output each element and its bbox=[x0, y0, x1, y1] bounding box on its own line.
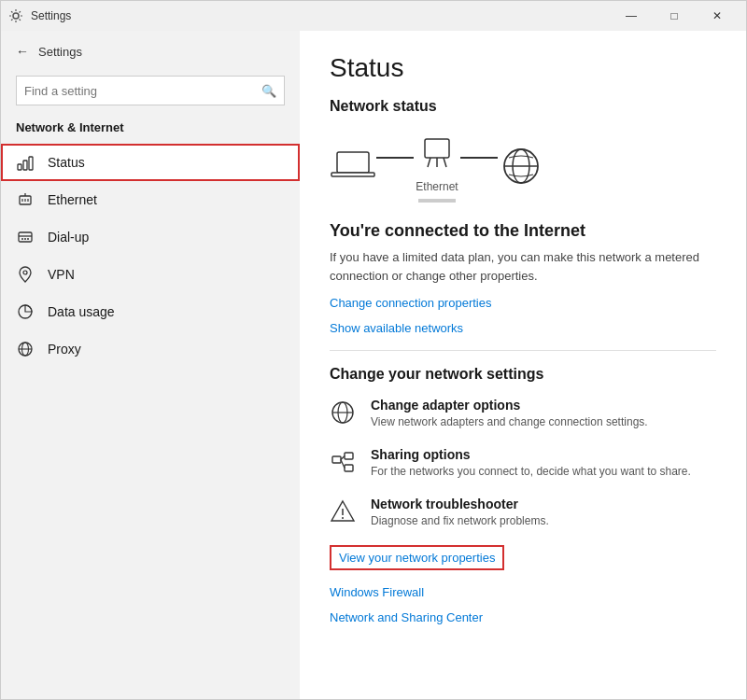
network-diagram: Ethernet bbox=[330, 130, 716, 203]
content-area: ← Settings 🔍 Network & Internet bbox=[1, 31, 746, 699]
network-status-heading: Network status bbox=[330, 98, 716, 115]
svg-rect-20 bbox=[331, 173, 374, 176]
router-diagram-icon: Ethernet bbox=[414, 130, 460, 203]
svg-rect-31 bbox=[332, 456, 341, 463]
titlebar-left: Settings bbox=[8, 8, 71, 23]
titlebar: Settings — □ ✕ bbox=[1, 1, 746, 31]
svg-line-24 bbox=[444, 158, 446, 167]
titlebar-controls: — □ ✕ bbox=[610, 1, 739, 31]
section-title: Network & Internet bbox=[1, 117, 300, 144]
sidebar-item-proxy-label: Proxy bbox=[48, 342, 81, 357]
page-title: Status bbox=[330, 53, 716, 83]
laptop-svg bbox=[330, 147, 376, 185]
diagram-line-2 bbox=[460, 157, 498, 159]
svg-point-12 bbox=[24, 238, 26, 240]
svg-rect-2 bbox=[23, 161, 27, 170]
svg-point-11 bbox=[21, 238, 23, 240]
show-networks-link[interactable]: Show available networks bbox=[330, 321, 716, 335]
adapter-text: Change adapter options View network adap… bbox=[371, 398, 648, 430]
connected-text: You're connected to the Internet bbox=[330, 221, 716, 241]
sidebar-item-datausage-label: Data usage bbox=[48, 304, 115, 319]
svg-line-35 bbox=[341, 459, 345, 468]
minimize-button[interactable]: — bbox=[610, 1, 653, 31]
svg-rect-9 bbox=[19, 232, 32, 242]
laptop-diagram-icon bbox=[330, 147, 376, 185]
vpn-icon bbox=[16, 265, 35, 284]
sharing-title: Sharing options bbox=[371, 447, 691, 462]
info-text: If you have a limited data plan, you can… bbox=[330, 248, 716, 285]
svg-point-14 bbox=[23, 271, 27, 274]
svg-rect-3 bbox=[29, 157, 33, 170]
svg-rect-19 bbox=[337, 152, 369, 173]
maximize-button[interactable]: □ bbox=[653, 1, 696, 31]
sidebar-item-status[interactable]: Status bbox=[1, 144, 300, 181]
ethernet-diagram-label: Ethernet bbox=[416, 180, 458, 193]
troubleshooter-text: Network troubleshooter Diagnose and fix … bbox=[371, 497, 549, 529]
globe-svg bbox=[498, 143, 544, 189]
sidebar-item-dialup[interactable]: Dial-up bbox=[1, 218, 300, 256]
troubleshooter-title: Network troubleshooter bbox=[371, 497, 549, 511]
close-button[interactable]: ✕ bbox=[696, 1, 739, 31]
datausage-icon bbox=[16, 302, 35, 321]
svg-point-13 bbox=[27, 238, 29, 240]
svg-rect-32 bbox=[345, 453, 353, 459]
change-connection-link[interactable]: Change connection properties bbox=[330, 296, 716, 310]
settings-app-icon bbox=[8, 8, 23, 23]
sidebar-item-dialup-label: Dial-up bbox=[48, 230, 89, 245]
adapter-title: Change adapter options bbox=[371, 398, 648, 413]
svg-point-38 bbox=[342, 517, 344, 519]
change-settings-heading: Change your network settings bbox=[330, 366, 716, 383]
status-icon bbox=[16, 153, 35, 172]
troubleshooter-icon bbox=[330, 498, 356, 525]
sidebar-item-status-label: Status bbox=[48, 155, 85, 170]
svg-rect-33 bbox=[345, 465, 353, 471]
svg-point-0 bbox=[13, 13, 19, 19]
ethernet-cable-indicator bbox=[418, 199, 456, 203]
sidebar: ← Settings 🔍 Network & Internet bbox=[1, 31, 300, 699]
sharing-text: Sharing options For the networks you con… bbox=[371, 447, 691, 480]
search-box: 🔍 bbox=[16, 76, 285, 105]
search-input[interactable] bbox=[24, 84, 261, 98]
proxy-icon bbox=[16, 340, 35, 358]
dialup-icon bbox=[16, 228, 35, 246]
back-label: Settings bbox=[38, 45, 82, 59]
firewall-link[interactable]: Windows Firewall bbox=[330, 585, 716, 599]
view-properties-link[interactable]: View your network properties bbox=[330, 545, 504, 570]
svg-line-22 bbox=[428, 158, 430, 167]
sidebar-item-ethernet[interactable]: Ethernet bbox=[1, 181, 300, 218]
sidebar-item-datausage[interactable]: Data usage bbox=[1, 293, 300, 330]
main-content: Status Network status bbox=[300, 31, 746, 699]
adapter-icon bbox=[330, 399, 356, 426]
sidebar-item-ethernet-label: Ethernet bbox=[48, 192, 97, 207]
sidebar-item-proxy[interactable]: Proxy bbox=[1, 330, 300, 368]
diagram-line-1 bbox=[376, 157, 414, 159]
sidebar-item-vpn-label: VPN bbox=[48, 267, 75, 282]
adapter-options-item[interactable]: Change adapter options View network adap… bbox=[330, 398, 716, 430]
router-svg bbox=[414, 130, 460, 176]
search-icon: 🔍 bbox=[261, 84, 276, 98]
sharing-center-link[interactable]: Network and Sharing Center bbox=[330, 610, 716, 624]
titlebar-title: Settings bbox=[31, 9, 71, 22]
settings-window: Settings — □ ✕ ← Settings 🔍 Network & In… bbox=[0, 0, 747, 700]
adapter-desc: View network adapters and change connect… bbox=[371, 414, 648, 430]
ethernet-icon bbox=[16, 190, 35, 209]
troubleshooter-item[interactable]: Network troubleshooter Diagnose and fix … bbox=[330, 497, 716, 529]
sharing-icon bbox=[330, 449, 356, 475]
svg-rect-1 bbox=[18, 164, 21, 170]
troubleshooter-desc: Diagnose and fix network problems. bbox=[371, 513, 549, 529]
back-arrow-icon: ← bbox=[16, 44, 29, 59]
divider bbox=[330, 350, 716, 351]
globe-diagram-icon bbox=[498, 143, 544, 189]
sharing-options-item[interactable]: Sharing options For the networks you con… bbox=[330, 447, 716, 480]
sidebar-item-vpn[interactable]: VPN bbox=[1, 256, 300, 293]
svg-rect-21 bbox=[425, 139, 449, 158]
back-button[interactable]: ← Settings bbox=[1, 31, 300, 72]
sharing-desc: For the networks you connect to, decide … bbox=[371, 464, 691, 480]
